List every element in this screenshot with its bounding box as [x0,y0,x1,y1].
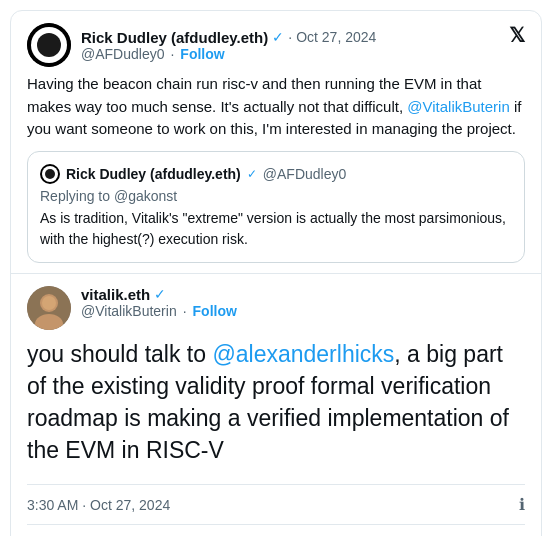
rick-tweet-date: Oct 27, 2024 [296,29,376,45]
quoted-handle: @AFDudley0 [263,166,346,182]
dot-sep-1: · [288,29,292,45]
timestamp-row: 3:30 AM · Oct 27, 2024 ℹ [27,484,525,525]
tweet-container: Rick Dudley (afdudley.eth) ✓ · Oct 27, 2… [10,10,542,536]
vitalik-handle: @VitalikButerin [81,303,177,319]
quoted-tweet-body: As is tradition, Vitalik's "extreme" ver… [40,208,512,250]
svg-point-3 [42,296,56,310]
quoted-tweet: Rick Dudley (afdudley.eth) ✓ @AFDudley0 … [27,151,525,263]
rick-tweet-body: Having the beacon chain run risc-v and t… [27,73,525,141]
rick-follow-link[interactable]: Follow [180,46,224,62]
rick-user-info: Rick Dudley (afdudley.eth) ✓ · Oct 27, 2… [81,29,376,62]
first-tweet: Rick Dudley (afdudley.eth) ✓ · Oct 27, 2… [11,11,541,274]
vitalik-mention[interactable]: @VitalikButerin [407,98,510,115]
rick-verified-icon: ✓ [272,29,284,45]
vitalik-tweet-body: you should talk to @alexanderlhicks, a b… [27,338,525,471]
vitalik-follow-link[interactable]: Follow [193,303,237,319]
quoted-user-name: Rick Dudley (afdudley.eth) [66,166,241,182]
alexanderlhicks-mention[interactable]: @alexanderlhicks [212,341,394,367]
quoted-tweet-header: Rick Dudley (afdudley.eth) ✓ @AFDudley0 [40,164,512,184]
info-icon[interactable]: ℹ [519,495,525,514]
quoted-replying-to: Replying to @gakonst [40,188,512,204]
vitalik-tweet-header: vitalik.eth ✓ @VitalikButerin · Follow [27,286,525,330]
rick-handle: @AFDudley0 [81,46,164,62]
vitalik-user-info: vitalik.eth ✓ @VitalikButerin · Follow [81,286,237,319]
vitalik-avatar-svg [27,286,71,330]
rick-user-name: Rick Dudley (afdudley.eth) [81,29,268,46]
quoted-avatar [40,164,60,184]
vitalik-user-name: vitalik.eth [81,286,150,303]
quoted-verified-icon: ✓ [247,167,257,181]
rick-avatar [27,23,71,67]
actions-row: ♥ 215 ↩ Reply ⎘ Copy link [27,525,525,536]
tweet-timestamp: 3:30 AM · Oct 27, 2024 [27,497,170,513]
vitalik-verified-icon: ✓ [154,286,166,302]
second-tweet: vitalik.eth ✓ @VitalikButerin · Follow y… [11,274,541,537]
x-logo[interactable]: 𝕏 [509,23,525,47]
vitalik-avatar [27,286,71,330]
first-tweet-header: Rick Dudley (afdudley.eth) ✓ · Oct 27, 2… [27,23,525,67]
